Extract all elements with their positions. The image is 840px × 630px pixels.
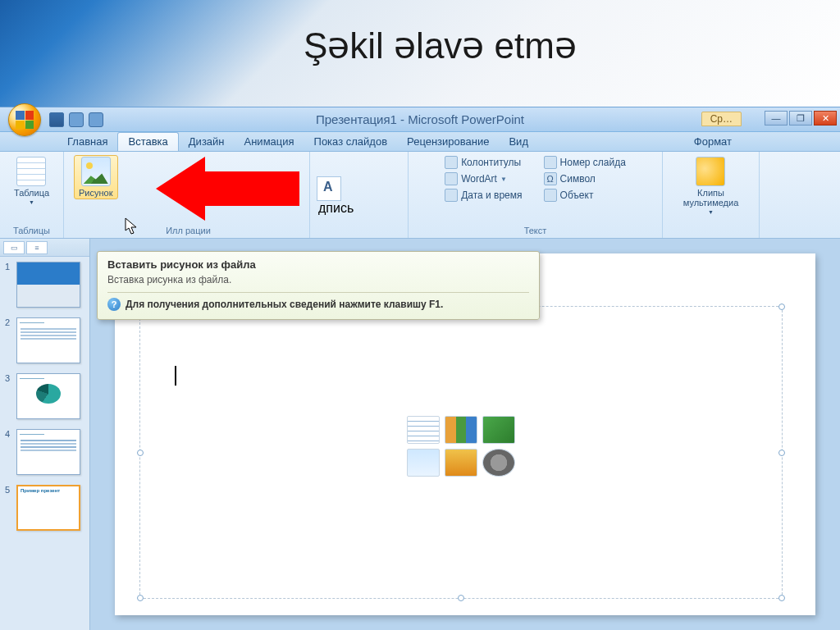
thumb-number: 5 bbox=[5, 485, 13, 495]
title-bar: Презентация1 - Microsoft PowerPoint Ср… … bbox=[0, 107, 840, 132]
thumb-number: 2 bbox=[5, 317, 13, 327]
minimize-button[interactable]: — bbox=[765, 111, 788, 126]
tooltip-help-row: ? Для получения дополнительных сведений … bbox=[107, 292, 529, 311]
insert-picture-icon[interactable] bbox=[407, 449, 440, 477]
picture-icon bbox=[81, 157, 111, 186]
tab-review[interactable]: Рецензирование bbox=[397, 133, 499, 151]
outer-slide-header: Şəkil əlavə etmə bbox=[0, 0, 840, 107]
tab-animation[interactable]: Анимация bbox=[235, 133, 304, 151]
office-button[interactable] bbox=[8, 103, 41, 136]
page-heading: Şəkil əlavə etmə bbox=[304, 25, 577, 66]
insert-table-icon[interactable] bbox=[407, 416, 440, 444]
save-icon[interactable] bbox=[49, 112, 64, 127]
powerpoint-window: Презентация1 - Microsoft PowerPoint Ср… … bbox=[0, 107, 840, 630]
content-placeholder[interactable] bbox=[139, 306, 783, 599]
insert-clipart-icon[interactable] bbox=[445, 449, 477, 477]
resize-handle[interactable] bbox=[137, 450, 144, 456]
insert-media-icon[interactable] bbox=[482, 449, 515, 477]
textbox-label-fragment: дпись bbox=[318, 201, 354, 216]
undo-icon[interactable] bbox=[69, 112, 84, 127]
ribbon-tabs: Главная Вставка Дизайн Анимация Показ сл… bbox=[0, 132, 840, 152]
slide-number-icon bbox=[544, 156, 557, 169]
redo-icon[interactable] bbox=[89, 112, 103, 127]
mouse-cursor-icon bbox=[125, 217, 139, 235]
sound-icon bbox=[696, 157, 725, 186]
thumb-preview bbox=[16, 262, 80, 308]
tooltip-help-text: Для получения дополнительных сведений на… bbox=[126, 299, 443, 310]
thumbs-tab-strip: ▭ ≡ bbox=[0, 239, 89, 257]
text-caret bbox=[175, 366, 176, 386]
slide-thumb-1[interactable]: 1 bbox=[0, 257, 89, 313]
datetime-icon bbox=[445, 189, 458, 202]
picture-button-label: Рисунок bbox=[79, 188, 113, 198]
group-label-text: Текст bbox=[524, 225, 547, 236]
slides-tab[interactable]: ▭ bbox=[3, 241, 25, 254]
thumb-number: 4 bbox=[5, 429, 13, 439]
group-label-illustrations: Илл рации bbox=[166, 225, 211, 236]
table-button[interactable]: Таблица ▼ bbox=[9, 155, 54, 207]
slide-thumb-3[interactable]: 3 ————— bbox=[0, 368, 89, 424]
resize-handle[interactable] bbox=[778, 304, 785, 310]
ribbon-group-tables: Таблица ▼ Таблицы bbox=[0, 152, 64, 238]
thumb-preview: ————— bbox=[16, 373, 80, 419]
chevron-down-icon: ▼ bbox=[29, 199, 34, 205]
header-footer-icon bbox=[445, 156, 458, 169]
group-label-tables: Таблицы bbox=[13, 225, 50, 236]
office-logo-icon bbox=[16, 111, 34, 129]
tab-format[interactable]: Формат bbox=[684, 133, 742, 151]
resize-handle[interactable] bbox=[778, 595, 785, 601]
table-button-label: Таблица bbox=[14, 188, 49, 198]
outline-tab[interactable]: ≡ bbox=[26, 241, 48, 254]
help-icon: ? bbox=[107, 298, 121, 311]
object-button[interactable]: Объект bbox=[541, 188, 629, 203]
thumb-number: 1 bbox=[5, 262, 13, 272]
slide-thumb-5[interactable]: 5 Пример презент bbox=[0, 480, 89, 536]
close-button[interactable]: ✕ bbox=[814, 111, 837, 126]
slide-thumb-4[interactable]: 4 ————— bbox=[0, 424, 89, 480]
textbox-icon[interactable]: A bbox=[317, 176, 341, 201]
slide-thumb-2[interactable]: 2 ————— bbox=[0, 313, 89, 368]
ribbon-group-textbox-fragment: A дпись bbox=[310, 152, 409, 238]
thumb-preview: ————— bbox=[16, 429, 80, 475]
picture-button[interactable]: Рисунок bbox=[74, 155, 118, 199]
placeholder-content-icons bbox=[407, 416, 515, 477]
object-icon bbox=[544, 189, 557, 202]
restore-button[interactable]: ❐ bbox=[789, 111, 812, 126]
ribbon-group-media: Клипы мультимедиа ▼ bbox=[663, 152, 760, 238]
quick-access-toolbar bbox=[49, 112, 103, 127]
ribbon-group-text: Колонтитулы WordArt▼ Дата и время Номер … bbox=[409, 152, 663, 238]
tooltip-body: Вставка рисунка из файла. bbox=[107, 274, 529, 285]
insert-smartart-icon[interactable] bbox=[482, 416, 515, 444]
tab-slideshow[interactable]: Показ слайдов bbox=[304, 133, 398, 151]
thumb-preview: ————— bbox=[16, 317, 80, 363]
wordart-icon bbox=[445, 172, 458, 185]
resize-handle[interactable] bbox=[137, 595, 144, 601]
resize-handle[interactable] bbox=[458, 595, 464, 601]
chevron-down-icon: ▼ bbox=[708, 209, 714, 215]
slide-number-button[interactable]: Номер слайда bbox=[541, 155, 629, 170]
ribbon-group-illustrations: Рисунок Илл рации bbox=[64, 152, 310, 238]
tooltip-insert-picture: Вставить рисунок из файла Вставка рисунк… bbox=[97, 251, 540, 320]
chevron-down-icon: ▼ bbox=[500, 176, 507, 183]
insert-chart-icon[interactable] bbox=[445, 416, 477, 444]
window-title: Презентация1 - Microsoft PowerPoint bbox=[316, 112, 524, 126]
context-tab-label[interactable]: Ср… bbox=[701, 112, 742, 126]
tab-design[interactable]: Дизайн bbox=[179, 133, 235, 151]
window-controls: — ❐ ✕ bbox=[765, 111, 837, 126]
resize-handle[interactable] bbox=[778, 450, 785, 456]
tab-home[interactable]: Главная bbox=[57, 133, 117, 151]
symbol-icon: Ω bbox=[544, 172, 557, 185]
tab-insert[interactable]: Вставка bbox=[117, 132, 178, 151]
media-button-label: Клипы мультимедиа bbox=[683, 188, 739, 208]
wordart-button[interactable]: WordArt▼ bbox=[441, 171, 525, 186]
media-clips-button[interactable]: Клипы мультимедиа ▼ bbox=[678, 155, 744, 217]
tooltip-title: Вставить рисунок из файла bbox=[107, 258, 529, 271]
thumb-preview: Пример презент bbox=[16, 485, 80, 531]
symbol-button[interactable]: ΩСимвол bbox=[541, 171, 629, 186]
datetime-button[interactable]: Дата и время bbox=[441, 188, 525, 203]
tab-view[interactable]: Вид bbox=[499, 133, 538, 151]
thumb-number: 3 bbox=[5, 373, 13, 383]
header-footer-button[interactable]: Колонтитулы bbox=[441, 155, 525, 170]
table-icon bbox=[16, 157, 46, 186]
slides-thumbnail-pane: ▭ ≡ 1 2 ————— 3 ————— 4 ————— 5 Пример п bbox=[0, 239, 90, 630]
